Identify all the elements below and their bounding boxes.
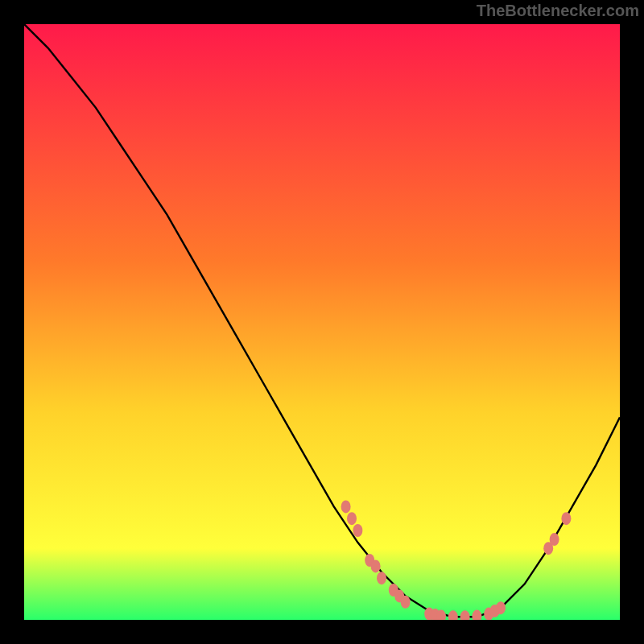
gradient-background bbox=[24, 24, 620, 620]
data-marker bbox=[371, 559, 381, 572]
data-marker bbox=[561, 512, 571, 525]
data-marker bbox=[496, 601, 506, 614]
data-marker bbox=[401, 596, 411, 609]
chart-svg bbox=[24, 24, 620, 620]
plot-area bbox=[24, 24, 620, 620]
watermark-text: TheBottlenecker.com bbox=[477, 2, 639, 20]
data-marker bbox=[353, 524, 362, 537]
data-marker bbox=[347, 512, 357, 525]
data-marker bbox=[341, 500, 351, 513]
chart-container: TheBottlenecker.com bbox=[0, 0, 644, 644]
data-marker bbox=[550, 533, 559, 546]
data-marker bbox=[377, 572, 386, 584]
